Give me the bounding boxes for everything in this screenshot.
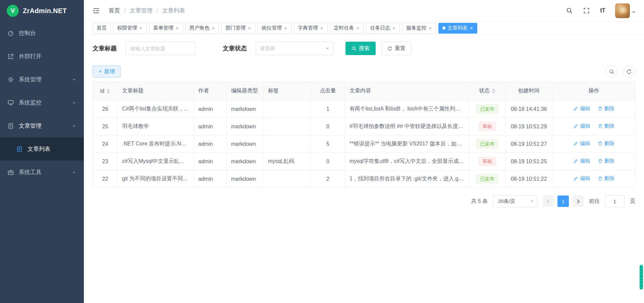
close-icon[interactable]: × [139,26,143,31]
toggle-search-button[interactable] [605,65,618,78]
chevron-down-icon [72,170,76,175]
cell-clicks: 2 [311,170,345,188]
tab-article-list[interactable]: 文章列表 × [438,23,477,34]
article-table: id 文章标题 作者 编辑器类型 标签 点击量 文章内容 状态 创建时间 操作 [93,81,636,188]
page-number-button[interactable]: 1 [557,196,569,207]
sidebar-item-article-management[interactable]: 文章管理 [0,114,84,137]
refresh-table-button[interactable] [623,65,635,78]
close-icon[interactable]: × [175,26,179,31]
column-header-id[interactable]: id [93,82,118,100]
close-icon[interactable]: × [428,26,432,31]
search-icon[interactable] [566,7,573,14]
avatar[interactable] [615,3,630,18]
column-header-status[interactable]: 状态 [469,82,505,100]
page-content: 文章标题 文章状态 请选择 搜索 重 [84,35,644,303]
goto-label: 前往 [589,198,600,205]
delete-button[interactable]: 删除 [598,175,614,182]
scrollbar-thumb[interactable] [640,265,643,290]
tab-task-log[interactable]: 任务日志 × [366,23,400,34]
tab-home[interactable]: 首页 [93,23,111,34]
cell-actions: 编辑 删除 [552,135,636,153]
page-size-select[interactable]: 20条/页 [493,195,537,207]
cell-content: 有两个list,listA 和listB， listA中有三个属性列为St... [345,100,469,118]
add-button[interactable]: + 新增 [93,66,121,78]
search-icon [352,46,357,51]
edit-button[interactable]: 编辑 [573,123,590,129]
app-logo[interactable]: V ZrAdmin.NET [0,0,84,21]
tab-permission[interactable]: 权限管理 × [113,23,147,34]
column-header-created: 创建时间 [505,82,552,100]
delete-button[interactable]: 删除 [598,105,614,112]
tab-post[interactable]: 岗位管理 × [258,23,291,34]
tab-user-role[interactable]: 用户角色 × [185,23,219,34]
fullscreen-icon[interactable] [583,7,590,14]
breadcrumb-article-management[interactable]: 文章管理 [130,7,153,14]
tab-service-monitor[interactable]: 服务监控 × [402,23,436,34]
close-icon[interactable]: × [356,26,360,31]
add-button-label: 新增 [104,68,115,75]
cell-author: admin [194,135,227,153]
tab-label: 字典管理 [298,25,318,31]
tab-label: 菜单管理 [153,25,173,31]
close-icon[interactable]: × [320,26,324,31]
sort-icon[interactable] [107,89,110,93]
font-size-icon[interactable]: tT [600,7,605,14]
article-title-input[interactable] [125,42,196,55]
delete-button[interactable]: 删除 [598,158,614,164]
close-icon[interactable]: × [212,26,215,31]
cell-created: 08-19 10:51:25 [505,153,552,170]
goto-page-input[interactable] [605,195,625,207]
table-toolbar: + 新增 [93,65,635,78]
next-page-button[interactable] [572,196,584,207]
tab-menu-management[interactable]: 菜单管理 × [149,23,183,34]
tab-scheduled-task[interactable]: 定时任务 × [330,23,364,34]
reset-button[interactable]: 重置 [381,42,412,55]
close-icon[interactable]: × [392,26,396,31]
close-icon[interactable]: × [248,26,251,31]
sidebar-item-dashboard[interactable]: 控制台 [0,21,84,45]
reset-button-label: 重置 [395,45,406,52]
cell-clicks: 5 [311,135,345,153]
search-button[interactable]: 搜索 [345,42,376,55]
sidebar-item-system-tools[interactable]: 系统工具 [0,161,84,184]
delete-button[interactable]: 删除 [598,123,614,129]
cell-author: admin [194,153,227,170]
close-icon[interactable]: × [284,26,287,31]
edit-button[interactable]: 编辑 [573,140,590,147]
cell-title: 羽毛球教学 [118,118,194,135]
sidebar-item-article-list[interactable]: 文章列表 [0,137,84,161]
column-header-content: 文章内容 [345,82,469,100]
status-badge: 已发布 [476,139,498,148]
sidebar-item-label: 外部打开 [19,52,42,60]
cell-editor: markdown [227,153,264,170]
column-header-author: 作者 [194,82,227,100]
sidebar-item-external-open[interactable]: 外部打开 [0,45,84,68]
close-icon[interactable]: × [470,26,473,31]
table-row: 25 羽毛球教学 admin markdown 0 #羽毛球拍参数说明 ## 中… [93,118,636,135]
prev-page-button[interactable] [543,196,554,207]
status-badge: 草稿 [479,122,496,131]
delete-button[interactable]: 删除 [598,140,614,147]
cell-editor: markdown [227,100,264,118]
cell-tags [264,170,311,188]
logo-icon: V [7,5,19,17]
app-title: ZrAdmin.NET [23,7,67,15]
edit-button[interactable]: 编辑 [573,105,590,112]
article-status-select[interactable]: 请选择 [256,42,333,55]
cell-content: **错误提示** 当电脑更新 VS2017 版本后，如果... [345,135,469,153]
cell-id: 22 [93,170,118,188]
gear-icon [7,76,14,83]
cell-id: 23 [93,153,118,170]
collapse-sidebar-icon[interactable] [93,7,100,14]
sort-icon[interactable] [492,89,495,93]
edit-button[interactable]: 编辑 [573,158,590,164]
cell-actions: 编辑 删除 [552,118,636,135]
tab-department[interactable]: 部门管理 × [221,23,255,34]
user-menu-caret-icon[interactable] [632,11,635,15]
breadcrumb-home[interactable]: 首页 [109,7,120,14]
edit-button[interactable]: 编辑 [573,175,590,182]
sidebar-item-system-management[interactable]: 系统管理 [0,68,84,91]
tab-dictionary[interactable]: 字典管理 × [294,23,328,34]
sidebar-item-system-monitor[interactable]: 系统监控 [0,91,84,114]
chevron-right-icon [575,199,580,204]
